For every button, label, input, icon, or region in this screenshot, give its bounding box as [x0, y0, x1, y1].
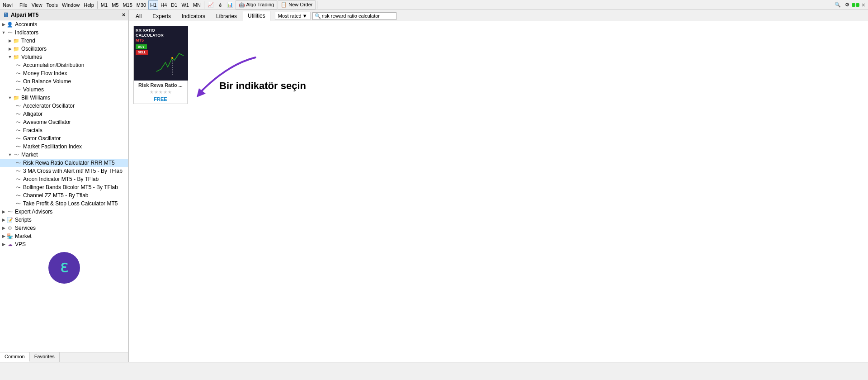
sidebar-tree: ▶ 👤 Accounts ▼ 〜 Indicators ▶ 📁 Trend ▶ …	[0, 20, 128, 352]
status-green1	[852, 3, 855, 7]
tf-m1[interactable]: M1	[99, 0, 109, 10]
trend-label: Trend	[21, 38, 35, 44]
sidebar-item-accum[interactable]: 〜 Accumulation/Distribution	[0, 61, 128, 69]
tf-w1[interactable]: W1	[179, 0, 191, 10]
settings-icon[interactable]: ⚙	[843, 0, 851, 10]
wave-icon: 〜	[14, 62, 22, 69]
candle-chart-icon[interactable]: 🕯	[216, 0, 225, 10]
expand-arrow: ▼	[7, 54, 13, 60]
close-btn[interactable]: ×	[860, 0, 867, 10]
sidebar-item-alligator[interactable]: 〜 Alligator	[0, 110, 128, 118]
sidebar-item-gator[interactable]: 〜 Gator Oscillator	[0, 134, 128, 142]
search-toolbar-icon[interactable]: 🔍	[833, 0, 843, 10]
tf-m5[interactable]: M5	[110, 0, 120, 10]
sidebar-item-scripts[interactable]: ▶ 📝 Scripts	[0, 216, 128, 224]
tab-libraries[interactable]: Libraries	[211, 11, 242, 21]
product-card-rrr[interactable]: RR RATIO CALCULATOR MT5 BUY SELL	[133, 26, 188, 104]
sidebar-item-accounts[interactable]: ▶ 👤 Accounts	[0, 20, 128, 28]
most-rated-label: Most rated	[278, 13, 302, 19]
product-stars: ★ ★ ★ ★ ★	[134, 89, 187, 95]
tf-h1[interactable]: H1	[148, 0, 158, 10]
sidebar-item-services[interactable]: ▶ ⚙ Services	[0, 224, 128, 232]
sidebar-item-oscillators[interactable]: ▶ 📁 Oscillators	[0, 45, 128, 53]
logo-icon: Ɛ	[60, 261, 68, 276]
vps-label: VPS	[15, 241, 26, 247]
scripts-label: Scripts	[15, 217, 32, 223]
fractals-label: Fractals	[23, 127, 42, 133]
takeprofit-label: Take Profit & Stop Loss Calculator MT5	[23, 200, 118, 207]
sidebar-item-bollinger[interactable]: 〜 Bollinger Bands Bicolor MT5 - By TFlab	[0, 183, 128, 191]
tab-common[interactable]: Common	[0, 352, 30, 362]
sidebar-item-ao[interactable]: 〜 Accelerator Oscillator	[0, 102, 128, 110]
expand-arrow: ▶	[7, 46, 13, 52]
sidebar-item-obv[interactable]: 〜 On Balance Volume	[0, 77, 128, 86]
search-box[interactable]: 🔍	[312, 12, 396, 20]
svg-point-1	[171, 57, 173, 59]
sidebar-item-trend[interactable]: ▶ 📁 Trend	[0, 37, 128, 45]
star3: ★	[159, 90, 163, 95]
sidebar-item-channelzz[interactable]: 〜 Channel ZZ MT5 - By Tflab	[0, 191, 128, 200]
tf-m30[interactable]: M30	[135, 0, 148, 10]
tab-all[interactable]: All	[131, 11, 146, 21]
sidebar-item-awesomeosc[interactable]: 〜 Awesome Oscillator	[0, 118, 128, 126]
search-input[interactable]	[322, 13, 394, 19]
tab-indicators[interactable]: Indicators	[177, 11, 210, 21]
sidebar-item-market-nav[interactable]: ▶ 🏪 Market	[0, 232, 128, 240]
tab-favorites[interactable]: Favorites	[30, 352, 60, 362]
sidebar-item-volumes[interactable]: ▼ 📁 Volumes	[0, 53, 128, 61]
wave-icon: 〜	[14, 127, 22, 134]
main-layout: 🖥 Alpari MT5 × ▶ 👤 Accounts ▼ 〜 Indicato…	[0, 10, 868, 362]
navi-label: Navi	[1, 0, 14, 10]
accounts-icon: 👤	[6, 21, 14, 28]
sidebar-item-billwilliams[interactable]: ▼ 📁 Bill Williams	[0, 94, 128, 102]
algo-trading-btn[interactable]: 🤖 Algo Trading	[236, 0, 277, 10]
folder-icon: 📁	[13, 94, 20, 101]
sidebar: 🖥 Alpari MT5 × ▶ 👤 Accounts ▼ 〜 Indicato…	[0, 10, 129, 362]
sidebar-item-takeprofit[interactable]: 〜 Take Profit & Stop Loss Calculator MT5	[0, 200, 128, 208]
expand-arrow: ▶	[7, 38, 13, 43]
sidebar-item-mfi[interactable]: 〜 Money Flow Index	[0, 69, 128, 77]
tab-experts[interactable]: Experts	[147, 11, 176, 21]
channelzz-label: Channel ZZ MT5 - By Tflab	[23, 192, 89, 199]
most-rated-btn[interactable]: Most rated ▼	[275, 12, 311, 20]
bar-chart-icon[interactable]: 📊	[225, 0, 235, 10]
vps-icon: ☁	[6, 241, 14, 248]
sidebar-item-aroon[interactable]: 〜 Aroon Indicator MT5 - By TFlab	[0, 175, 128, 183]
menu-tools[interactable]: Tools	[44, 0, 60, 10]
sidebar-item-market[interactable]: ▼ 〜 Market	[0, 151, 128, 159]
wave-icon: 〜	[14, 167, 22, 175]
wave-icon: 〜	[14, 70, 22, 77]
status-green2	[856, 3, 859, 7]
folder-icon: 📁	[13, 37, 20, 44]
menu-file[interactable]: File	[18, 0, 29, 10]
new-order-btn[interactable]: 📋 New Order	[278, 0, 316, 10]
wave-icon: 〜	[14, 135, 22, 142]
tf-mn[interactable]: MN	[191, 0, 203, 10]
sidebar-title-text: Alpari MT5	[11, 12, 38, 18]
folder-icon: 📁	[13, 45, 20, 52]
menu-help[interactable]: Help	[82, 0, 96, 10]
product-price: FREE	[134, 95, 187, 104]
market-nav-icon: 🏪	[6, 233, 14, 240]
sidebar-item-vps[interactable]: ▶ ☁ VPS	[0, 240, 128, 248]
sidebar-close[interactable]: ×	[122, 12, 125, 18]
menu-view[interactable]: View	[30, 0, 44, 10]
sidebar-item-indicators[interactable]: ▼ 〜 Indicators	[0, 28, 128, 37]
sidebar-item-3ma[interactable]: 〜 3 MA Cross with Alert mtf MT5 - By TFl…	[0, 167, 128, 175]
tf-m15[interactable]: M15	[121, 0, 134, 10]
ao-label: Accelerator Oscillator	[23, 103, 75, 109]
sidebar-item-rrr[interactable]: 〜 Risk Rewa Ratio Calculator RRR MT5	[0, 159, 128, 167]
tab-utilities[interactable]: Utilities	[243, 11, 270, 21]
tf-h4[interactable]: H4	[159, 0, 169, 10]
tf-d1[interactable]: D1	[169, 0, 179, 10]
sidebar-item-fractals[interactable]: 〜 Fractals	[0, 126, 128, 134]
sidebar-item-mfi2[interactable]: 〜 Market Facilitation Index	[0, 142, 128, 151]
sidebar-item-expert-advisors[interactable]: ▶ 〜 Expert Advisors	[0, 208, 128, 216]
expand-arrow: ▼	[7, 95, 13, 100]
mfi2-label: Market Facilitation Index	[23, 143, 82, 150]
menu-window[interactable]: Window	[60, 0, 81, 10]
aroon-label: Aroon Indicator MT5 - By TFlab	[23, 176, 99, 182]
expand-arrow: ▼	[7, 152, 13, 157]
sidebar-item-volumes2[interactable]: 〜 Volumes	[0, 86, 128, 94]
line-chart-icon[interactable]: 📈	[206, 0, 216, 10]
